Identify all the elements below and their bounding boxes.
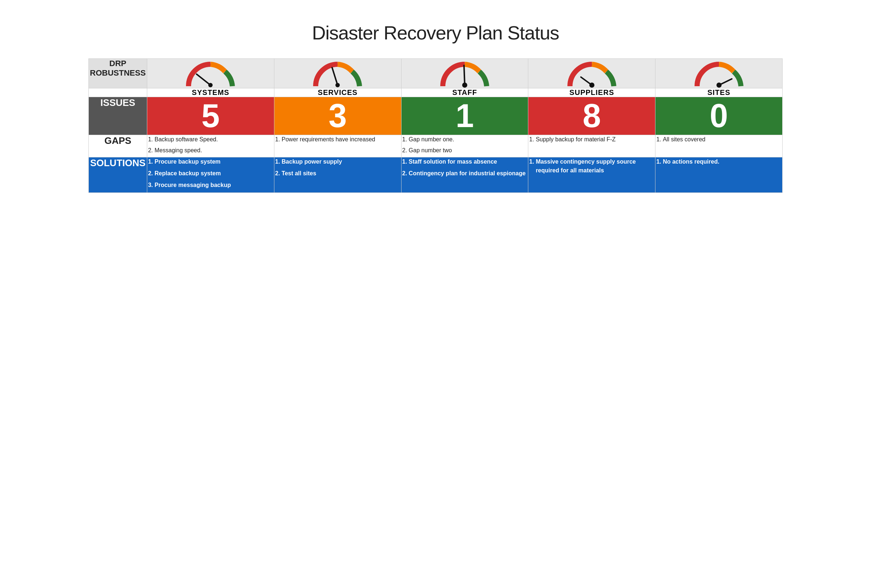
svg-point-7 [589,82,594,88]
gaps-services: Power requirements have increased [274,135,401,157]
empty-header [89,88,147,97]
solutions-systems-item-3: Procure messaging backup [154,181,274,190]
solutions-row: SOLUTIONS Procure backup system Replace … [89,157,783,193]
solutions-systems-item-1: Procure backup system [154,157,274,166]
solutions-staff-list: Staff solution for mass absence Continge… [401,157,528,178]
gauge-icon-systems [185,59,236,88]
gauge-systems [147,59,274,88]
gauge-svg-systems [147,59,274,88]
gaps-services-list: Power requirements have increased [274,135,401,144]
gaps-systems: Backup software Speed. Messaging speed. [147,135,274,157]
svg-line-2 [332,67,338,85]
issue-count-staff: 1 [401,97,528,135]
gaps-row: GAPS Backup software Speed. Messaging sp… [89,135,783,157]
solutions-systems-list: Procure backup system Replace backup sys… [147,157,274,190]
gaps-systems-item-2: Messaging speed. [154,146,274,155]
gaps-systems-item-1: Backup software Speed. [154,135,274,144]
robustness-label: DRP ROBUSTNESS [89,59,147,88]
col-header-staff: STAFF [401,88,528,97]
svg-point-5 [462,82,467,88]
issues-row: ISSUES 5 3 1 8 0 [89,97,783,135]
page-title: Disaster Recovery Plan Status [312,22,559,44]
svg-line-0 [196,74,211,85]
gauge-icon-staff [439,59,490,88]
col-header-sites: SITES [655,88,783,97]
svg-point-9 [717,82,721,88]
solutions-staff: Staff solution for mass absence Continge… [401,157,528,193]
gauge-svg-suppliers [528,59,655,88]
col-header-suppliers: SUPPLIERS [528,88,655,97]
col-header-services: SERVICES [274,88,401,97]
gauge-services [274,59,401,88]
gaps-staff-list: Gap number one. Gap number two [401,135,528,155]
solutions-sites-item-1: No actions required. [663,157,782,166]
gaps-systems-list: Backup software Speed. Messaging speed. [147,135,274,155]
gauge-svg-staff [401,59,528,88]
issue-count-services: 3 [274,97,401,135]
gauge-icon-suppliers [566,59,617,88]
solutions-label: SOLUTIONS [89,157,147,193]
drp-table: DRP ROBUSTNESS [88,58,783,193]
gauge-row: DRP ROBUSTNESS [89,59,783,88]
gaps-suppliers: Supply backup for material F-Z [528,135,655,157]
solutions-services-item-1: Backup power supply [282,157,401,166]
solutions-services: Backup power supply Test all sites [274,157,401,193]
solutions-suppliers-list: Massive contingency supply source requir… [528,157,655,175]
gaps-suppliers-item-1: Supply backup for material F-Z [536,135,655,144]
issue-count-suppliers: 8 [528,97,655,135]
gauge-svg-sites [655,59,782,88]
gauge-suppliers [528,59,655,88]
gaps-suppliers-list: Supply backup for material F-Z [528,135,655,144]
gaps-staff-item-1: Gap number one. [409,135,528,144]
gaps-staff: Gap number one. Gap number two [401,135,528,157]
solutions-services-item-2: Test all sites [282,169,401,178]
gauge-icon-services [312,59,363,88]
svg-point-3 [335,83,340,87]
solutions-systems-item-2: Replace backup system [154,169,274,178]
issue-count-sites: 0 [655,97,783,135]
gaps-label: GAPS [89,135,147,157]
solutions-systems: Procure backup system Replace backup sys… [147,157,274,193]
solutions-staff-item-2: Contingency plan for industrial espionag… [409,169,528,178]
gauge-icon-sites [693,59,745,88]
gaps-sites: All sites covered [655,135,783,157]
col-header-systems: SYSTEMS [147,88,274,97]
solutions-suppliers: Massive contingency supply source requir… [528,157,655,193]
svg-point-1 [208,83,213,87]
gaps-staff-item-2: Gap number two [409,146,528,155]
solutions-sites: No actions required. [655,157,783,193]
gaps-sites-item-1: All sites covered [663,135,782,144]
solutions-staff-item-1: Staff solution for mass absence [409,157,528,166]
svg-line-4 [464,65,465,85]
col-header-row: SYSTEMS SERVICES STAFF SUPPLIERS SITES [89,88,783,97]
gaps-services-item-1: Power requirements have increased [282,135,401,144]
issues-label: ISSUES [89,97,147,135]
gauge-staff [401,59,528,88]
gauge-svg-services [274,59,401,88]
issue-count-systems: 5 [147,97,274,135]
solutions-services-list: Backup power supply Test all sites [274,157,401,178]
gauge-sites [655,59,783,88]
solutions-suppliers-item-1: Massive contingency supply source requir… [536,157,655,175]
solutions-sites-list: No actions required. [655,157,782,166]
gaps-sites-list: All sites covered [655,135,782,144]
